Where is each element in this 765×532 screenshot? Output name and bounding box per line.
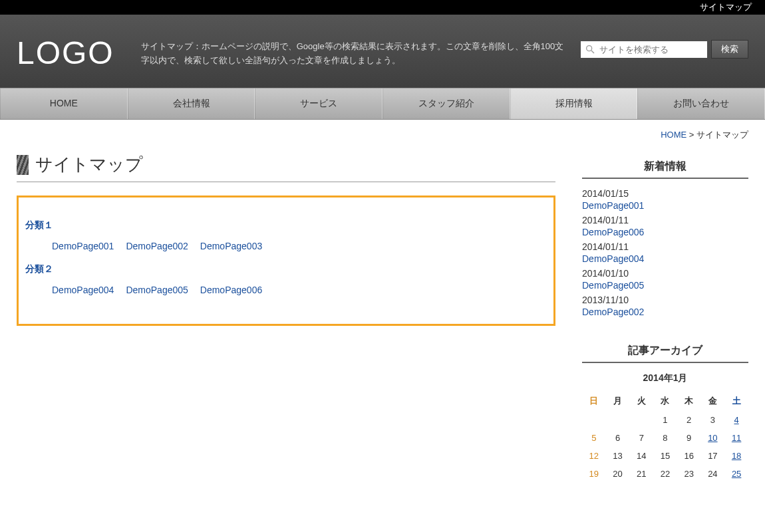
- calendar-day[interactable]: 11: [724, 429, 748, 447]
- breadcrumb-home[interactable]: HOME: [661, 130, 687, 140]
- news-date: 2014/01/11: [582, 241, 748, 252]
- sitemap-link[interactable]: DemoPage006: [200, 285, 262, 295]
- calendar-dow: 日: [582, 391, 606, 411]
- calendar-dow: 木: [677, 391, 701, 411]
- calendar-day: 17: [701, 447, 725, 465]
- calendar-day: 13: [606, 447, 630, 465]
- calendar-day: 7: [629, 429, 653, 447]
- news-date: 2014/01/15: [582, 188, 748, 199]
- calendar-day: 6: [606, 429, 630, 447]
- title-stripe-icon: [17, 155, 29, 175]
- calendar-day: 20: [606, 465, 630, 483]
- sitemap-box: 分類１DemoPage001DemoPage002DemoPage003分類２D…: [17, 196, 555, 326]
- sitemap-link[interactable]: DemoPage002: [126, 241, 188, 251]
- calendar-dow: 水: [653, 391, 677, 411]
- calendar-day: 21: [629, 465, 653, 483]
- calendar-dow: 土: [724, 391, 748, 411]
- header: LOGO サイトマップ：ホームページの説明で、Google等の検索結果に表示され…: [0, 15, 765, 88]
- news-date: 2013/11/10: [582, 295, 748, 305]
- news-link[interactable]: DemoPage001: [582, 200, 748, 211]
- calendar: 日月火水木金土 12345678910111213141516171819202…: [582, 391, 748, 483]
- calendar-day: 12: [582, 447, 606, 465]
- search-input[interactable]: [595, 44, 703, 55]
- page-title: サイトマップ: [17, 153, 555, 182]
- calendar-day: 5: [582, 429, 606, 447]
- calendar-day: 1: [653, 411, 677, 429]
- calendar-day: 23: [677, 465, 701, 483]
- calendar-day-link[interactable]: 4: [734, 415, 738, 425]
- calendar-day[interactable]: 25: [724, 465, 748, 483]
- svg-point-0: [587, 46, 592, 51]
- nav-company[interactable]: 会社情報: [128, 88, 255, 119]
- calendar-day-link[interactable]: 25: [732, 469, 741, 479]
- calendar-day[interactable]: 4: [724, 411, 748, 429]
- nav-recruit[interactable]: 採用情報: [510, 88, 638, 119]
- calendar-dow: 火: [629, 391, 653, 411]
- calendar-day: 14: [629, 447, 653, 465]
- calendar-day-link[interactable]: 11: [732, 433, 741, 443]
- news-link[interactable]: DemoPage004: [582, 253, 748, 264]
- calendar-day: 3: [701, 411, 725, 429]
- search-icon: [585, 44, 595, 55]
- breadcrumb-current: サイトマップ: [696, 130, 748, 140]
- search-button[interactable]: 検索: [711, 40, 748, 59]
- calendar-day: 24: [701, 465, 725, 483]
- calendar-dow: 金: [701, 391, 725, 411]
- svg-line-1: [591, 51, 594, 53]
- news-date: 2014/01/10: [582, 268, 748, 279]
- sitemap-link[interactable]: DemoPage003: [200, 241, 262, 251]
- site-logo[interactable]: LOGO: [17, 35, 114, 71]
- calendar-day: 9: [677, 429, 701, 447]
- nav-contact[interactable]: お問い合わせ: [637, 88, 765, 119]
- news-link[interactable]: DemoPage006: [582, 227, 748, 237]
- news-date: 2014/01/11: [582, 215, 748, 225]
- sitemap-link[interactable]: DemoPage005: [126, 285, 188, 295]
- breadcrumb: HOME > サイトマップ: [0, 120, 765, 146]
- search-box[interactable]: [581, 41, 707, 58]
- calendar-day-link[interactable]: 10: [708, 433, 717, 443]
- news-link[interactable]: DemoPage002: [582, 307, 748, 317]
- sitemap-link[interactable]: DemoPage001: [52, 241, 114, 251]
- calendar-day: 19: [582, 465, 606, 483]
- calendar-day: 8: [653, 429, 677, 447]
- nav-service[interactable]: サービス: [255, 88, 382, 119]
- calendar-month: 2014年1月: [582, 372, 748, 384]
- header-description: サイトマップ：ホームページの説明で、Google等の検索結果に表示されます。この…: [141, 28, 581, 68]
- topbar-sitemap-link[interactable]: サイトマップ: [700, 2, 752, 12]
- calendar-day: 2: [677, 411, 701, 429]
- nav-staff[interactable]: スタッフ紹介: [382, 88, 510, 119]
- sitemap-category-title[interactable]: 分類２: [25, 263, 540, 275]
- calendar-dow: 月: [606, 391, 630, 411]
- calendar-day: 22: [653, 465, 677, 483]
- calendar-day[interactable]: 10: [701, 429, 725, 447]
- news-link[interactable]: DemoPage005: [582, 280, 748, 291]
- sitemap-category-title[interactable]: 分類１: [25, 219, 540, 231]
- breadcrumb-sep: >: [687, 130, 696, 140]
- calendar-day[interactable]: 18: [724, 447, 748, 465]
- main-nav: HOME 会社情報 サービス スタッフ紹介 採用情報 お問い合わせ: [0, 88, 765, 120]
- calendar-day-link[interactable]: 18: [732, 451, 741, 461]
- archive-section-title: 記事アーカイブ: [582, 344, 748, 363]
- calendar-day: 15: [653, 447, 677, 465]
- page-title-text: サイトマップ: [35, 153, 143, 176]
- sitemap-link[interactable]: DemoPage004: [52, 285, 114, 295]
- nav-home[interactable]: HOME: [0, 88, 128, 119]
- calendar-day: 16: [677, 447, 701, 465]
- news-section-title: 新着情報: [582, 160, 748, 179]
